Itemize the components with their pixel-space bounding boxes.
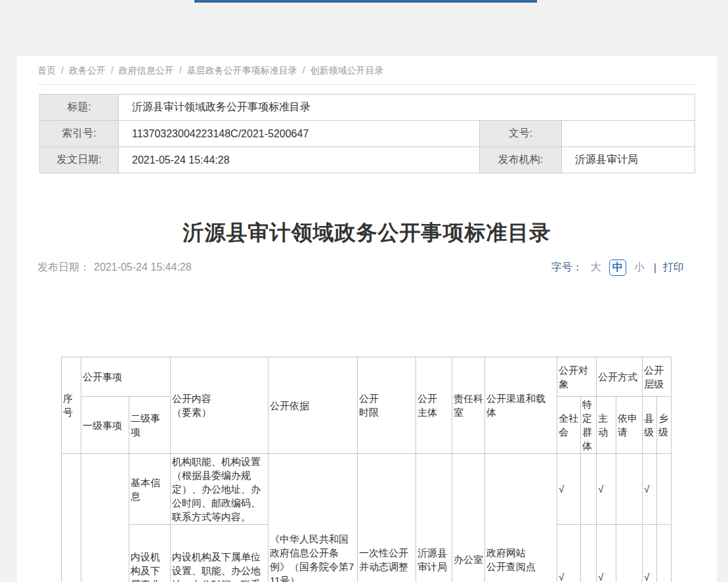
col-header-level2-item: 二级事 项 bbox=[129, 397, 171, 454]
cell-level1-item bbox=[81, 454, 129, 582]
col-header-content-elements: 公开内容 （要素） bbox=[171, 357, 268, 454]
col-header-disclosure-items: 公开事项 bbox=[81, 357, 171, 397]
meta-docnum-value bbox=[562, 121, 695, 147]
publish-date: 发布日期：2021-05-24 15:44:28 bbox=[37, 261, 192, 275]
col-header-subject: 公开 主体 bbox=[416, 357, 452, 454]
font-size-small-button[interactable]: 小 bbox=[634, 261, 645, 275]
breadcrumb-separator: / bbox=[61, 65, 64, 76]
cell-township-level-mark bbox=[657, 525, 672, 582]
col-header-serial-number: 序 号 bbox=[62, 357, 81, 454]
meta-org-label: 发布机构: bbox=[480, 147, 562, 173]
breadcrumb-zhengwu[interactable]: 政务公开 bbox=[69, 65, 106, 76]
cell-time-limit: 一次性公开并动态调整 bbox=[358, 454, 416, 582]
breadcrumb-xinxi-gongkai[interactable]: 政府信息公开 bbox=[119, 65, 174, 76]
cell-level2-item: 基本信 息 bbox=[129, 454, 171, 525]
table-row-basic-info: 基本信 息 机构职能、机构设置（根据县委编办规定）、办公地址、办公时间、邮政编码… bbox=[62, 454, 672, 525]
meta-date-label: 发文日期: bbox=[40, 147, 119, 173]
breadcrumb: 首页/政务公开/政府信息公开/基层政务公开事项标准目录/创新领域公开目录 bbox=[37, 65, 384, 77]
breadcrumb-separator: / bbox=[303, 65, 305, 76]
col-header-level1-item: 一级事项 bbox=[81, 397, 129, 454]
breadcrumb-separator: / bbox=[179, 65, 182, 76]
cell-on-request-mark bbox=[616, 525, 643, 582]
breadcrumb-separator: / bbox=[111, 65, 114, 76]
meta-row-title: 标题: 沂源县审计领域政务公开事项标准目录 bbox=[40, 95, 695, 121]
cell-county-level-mark: √ bbox=[643, 525, 657, 582]
cell-content-elements: 机构职能、机构设置（根据县委编办规定）、办公地址、办公时间、邮政编码、联系方式等… bbox=[171, 454, 268, 525]
meta-title-label: 标题: bbox=[40, 95, 119, 121]
cell-proactive-mark: √ bbox=[597, 454, 616, 525]
col-header-county-level: 县 级 bbox=[643, 397, 657, 454]
col-header-level-group: 公开 层级 bbox=[643, 357, 672, 397]
meta-index-label: 索引号: bbox=[40, 121, 119, 147]
document-meta-table: 标题: 沂源县审计领域政务公开事项标准目录 索引号: 1137032300422… bbox=[39, 94, 695, 173]
cell-township-level-mark bbox=[657, 454, 672, 525]
col-header-basis: 公开依据 bbox=[268, 357, 358, 454]
meta-date-value: 2021-05-24 15:44:28 bbox=[119, 147, 480, 173]
publish-date-label: 发布日期： bbox=[37, 261, 90, 273]
cell-subject: 沂源县审计局 bbox=[416, 454, 452, 582]
cell-content-elements: 内设机构及下属单位设置、职能、办公地址、办公时间、联系方式、负责人姓名 bbox=[171, 525, 268, 582]
col-header-proactive: 主 动 bbox=[597, 397, 616, 454]
cell-serial-number bbox=[62, 454, 81, 582]
breadcrumb-chuangxin-lingyu[interactable]: 创新领域公开目录 bbox=[310, 65, 384, 76]
top-nav-bar bbox=[194, 0, 537, 3]
meta-row-index: 索引号: 11370323004223148C/2021-5200647 文号: bbox=[40, 121, 695, 147]
cell-whole-society-mark: √ bbox=[557, 525, 581, 582]
col-header-time-limit: 公开 时限 bbox=[358, 357, 416, 454]
col-header-township-level: 乡 级 bbox=[657, 397, 672, 454]
cell-whole-society-mark: √ bbox=[557, 454, 581, 525]
col-header-on-request: 依申 请 bbox=[616, 397, 643, 454]
cell-specific-groups-mark bbox=[581, 454, 597, 525]
cell-basis: 《中华人民共和国政府信息公开条例》（国务院令第711号） bbox=[268, 454, 358, 582]
font-size-controls: 字号： 大 中 小 | 打印 bbox=[551, 259, 684, 276]
cell-specific-groups-mark bbox=[581, 525, 597, 582]
col-header-method-group: 公开方式 bbox=[597, 357, 643, 397]
cell-county-level-mark: √ bbox=[643, 454, 657, 525]
content-card: 首页/政务公开/政府信息公开/基层政务公开事项标准目录/创新领域公开目录 标题:… bbox=[17, 56, 717, 582]
col-header-channels: 公开渠道和载 体 bbox=[485, 357, 557, 454]
meta-docnum-label: 文号: bbox=[480, 121, 562, 147]
meta-row-date: 发文日期: 2021-05-24 15:44:28 发布机构: 沂源县审计局 bbox=[40, 147, 695, 173]
meta-org-value: 沂源县审计局 bbox=[562, 147, 695, 173]
col-header-whole-society: 全社 会 bbox=[557, 397, 581, 454]
breadcrumb-biaozhun-mulu[interactable]: 基层政务公开事项标准目录 bbox=[187, 65, 297, 76]
col-header-specific-groups: 特 定 群 体 bbox=[581, 397, 597, 454]
col-header-audience-group: 公开对 象 bbox=[557, 357, 597, 397]
print-separator: | bbox=[654, 262, 656, 274]
cell-level2-item: 内设机构及下属事业单位 bbox=[129, 525, 171, 582]
font-size-label: 字号： bbox=[551, 261, 583, 275]
font-size-large-button[interactable]: 大 bbox=[591, 261, 601, 275]
publish-info-bar: 发布日期：2021-05-24 15:44:28 字号： 大 中 小 | 打印 bbox=[37, 259, 684, 276]
cell-channels: 政府网站 公开查阅点 bbox=[485, 454, 557, 582]
meta-title-value: 沂源县审计领域政务公开事项标准目录 bbox=[119, 95, 695, 121]
cell-responsible-office: 办公室 bbox=[452, 454, 485, 582]
breadcrumb-home[interactable]: 首页 bbox=[37, 65, 56, 76]
page-title: 沂源县审计领域政务公开事项标准目录 bbox=[17, 219, 717, 248]
meta-index-value: 11370323004223148C/2021-5200647 bbox=[119, 121, 480, 147]
publish-date-value: 2021-05-24 15:44:28 bbox=[94, 261, 192, 273]
catalog-table: 序 号 公开事项 公开内容 （要素） 公开依据 公开 时限 公开 主体 责任科 … bbox=[61, 357, 672, 582]
cell-on-request-mark bbox=[616, 454, 643, 525]
print-button[interactable]: 打印 bbox=[663, 261, 684, 275]
col-header-responsible-office: 责任科 室 bbox=[452, 357, 485, 454]
header-row-groups: 序 号 公开事项 公开内容 （要素） 公开依据 公开 时限 公开 主体 责任科 … bbox=[62, 357, 672, 397]
breadcrumb-divider bbox=[37, 84, 696, 85]
cell-proactive-mark: √ bbox=[597, 525, 616, 582]
font-size-medium-button[interactable]: 中 bbox=[609, 259, 626, 276]
